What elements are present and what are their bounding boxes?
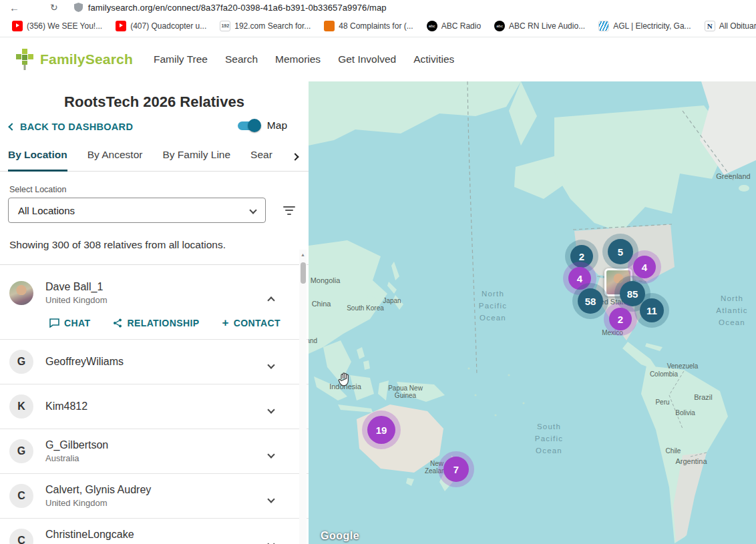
brand-text: FamilySearch bbox=[40, 51, 133, 67]
bookmark-item[interactable]: 192192.com Search for... bbox=[213, 19, 317, 33]
location-dropdown[interactable]: All Locations bbox=[8, 198, 266, 223]
map-label: China bbox=[312, 300, 331, 308]
bookmark-item[interactable]: ABC Radio bbox=[420, 19, 488, 33]
avatar: G bbox=[9, 439, 33, 463]
chevron-down-icon bbox=[267, 540, 274, 544]
bookmark-item[interactable]: 48 Complaints for (... bbox=[317, 19, 419, 33]
map-cluster[interactable]: 19 bbox=[367, 416, 395, 444]
tab-bar: By Location By Ancestor By Family Line S… bbox=[0, 149, 309, 172]
nav-search[interactable]: Search bbox=[216, 47, 266, 72]
nav-family-tree[interactable]: Family Tree bbox=[145, 47, 216, 72]
url-text: familysearch.org/en/connect/8a37fa20-039… bbox=[88, 3, 387, 13]
tab-by-family-line[interactable]: By Family Line bbox=[162, 149, 230, 171]
map-label: Indonesia bbox=[329, 382, 361, 390]
scrollbar-up-arrow[interactable]: ▲ bbox=[299, 250, 307, 259]
map-cluster[interactable]: 5 bbox=[608, 239, 633, 264]
filter-button[interactable] bbox=[283, 206, 295, 215]
map-cluster[interactable]: 7 bbox=[443, 457, 469, 482]
relatives-panel: RootsTech 2026 Relatives BACK TO DASHBOA… bbox=[0, 81, 309, 544]
map-cluster[interactable]: 4 bbox=[633, 256, 656, 278]
browser-window: ← ↻ familysearch.org/en/connect/8a37fa20… bbox=[0, 0, 756, 544]
list-item-expanded[interactable]: Dave Ball_1 United Kingdom CHAT RELATION… bbox=[0, 265, 309, 328]
person-name: Dave Ball_1 bbox=[45, 281, 108, 293]
results-summary: Showing 300 of 308 relatives from all lo… bbox=[9, 239, 299, 251]
chevron-left-icon bbox=[8, 123, 15, 130]
map-label: Thailand bbox=[309, 337, 317, 344]
map-cluster[interactable]: 58 bbox=[578, 288, 603, 314]
map-canvas[interactable]: GreenlandMongoliaChinaSouth KoreaJapanTh… bbox=[309, 81, 756, 544]
map-overlays: GreenlandMongoliaChinaSouth KoreaJapanTh… bbox=[309, 81, 756, 544]
address-bar[interactable]: familysearch.org/en/connect/8a37fa20-039… bbox=[74, 3, 756, 13]
map-cluster[interactable]: 2 bbox=[570, 245, 593, 268]
browser-toolbar: ← ↻ familysearch.org/en/connect/8a37fa20… bbox=[0, 0, 756, 15]
scrollbar-thumb[interactable] bbox=[301, 262, 306, 284]
map-label: South Pacific Ocean bbox=[535, 421, 563, 457]
collapse-button[interactable] bbox=[268, 294, 274, 306]
nav-get-involved[interactable]: Get Involved bbox=[329, 47, 405, 72]
tab-search[interactable]: Sear bbox=[250, 149, 272, 171]
map-label: Greenland bbox=[716, 172, 750, 180]
abc-icon bbox=[427, 21, 437, 31]
map-label: South Korea bbox=[347, 304, 384, 312]
bookmark-item[interactable]: AGL | Electricity, Ga... bbox=[592, 19, 697, 33]
tab-by-location[interactable]: By Location bbox=[8, 149, 67, 172]
nav-activities[interactable]: Activities bbox=[405, 47, 463, 72]
person-name: G_Gilbertson bbox=[45, 439, 108, 451]
list-item[interactable]: K Kim4812 bbox=[0, 384, 309, 429]
expand-button[interactable] bbox=[268, 493, 274, 505]
main-nav: Family Tree Search Memories Get Involved… bbox=[145, 47, 463, 72]
avatar: C bbox=[9, 529, 33, 544]
panel-scrollbar[interactable]: ▲ bbox=[299, 250, 307, 544]
toggle-knob bbox=[248, 119, 261, 132]
refresh-icon[interactable]: ↻ bbox=[50, 3, 58, 12]
list-item[interactable]: C Calvert, Glynis Audrey United Kingdom bbox=[0, 473, 309, 518]
newspapers-icon: N bbox=[705, 21, 715, 31]
chevron-down-icon bbox=[267, 451, 274, 458]
familysearch-tree-icon bbox=[15, 48, 35, 71]
location-dropdown-value: All Locations bbox=[18, 205, 75, 216]
person-name: ChristineLongcake bbox=[45, 529, 134, 541]
expand-button[interactable] bbox=[268, 537, 274, 544]
map-label: Japan bbox=[383, 297, 401, 304]
expand-button[interactable] bbox=[268, 358, 274, 370]
relatives-list: Dave Ball_1 United Kingdom CHAT RELATION… bbox=[0, 264, 309, 544]
avatar: K bbox=[9, 394, 33, 419]
back-icon[interactable]: ← bbox=[9, 3, 19, 13]
bookmark-item[interactable]: (407) Quadcopter u... bbox=[109, 19, 213, 33]
chevron-down-icon bbox=[249, 206, 256, 214]
list-item[interactable]: C ChristineLongcake France bbox=[0, 518, 309, 544]
tab-by-ancestor[interactable]: By Ancestor bbox=[87, 149, 143, 171]
map-label: North Atlantic Ocean bbox=[716, 293, 747, 328]
relationship-icon bbox=[113, 318, 122, 328]
person-name: Kim4812 bbox=[45, 400, 87, 413]
expand-button[interactable] bbox=[268, 403, 274, 415]
list-item[interactable]: G GeoffreyWiliams bbox=[0, 339, 309, 384]
map-toggle[interactable] bbox=[238, 121, 259, 130]
map-label: Brazil bbox=[694, 393, 713, 401]
list-item[interactable]: G G_Gilbertson Australia bbox=[0, 429, 309, 473]
chat-button[interactable]: CHAT bbox=[49, 317, 90, 328]
familysearch-logo[interactable]: FamilySearch bbox=[15, 48, 133, 71]
map-label: North Pacific Ocean bbox=[479, 288, 507, 324]
bookmarks-bar: (356) We SEE You!... (407) Quadcopter u.… bbox=[0, 15, 756, 37]
complaints-icon bbox=[324, 21, 335, 31]
chevron-right-icon bbox=[291, 153, 299, 160]
expand-button[interactable] bbox=[268, 448, 274, 460]
select-location-label: Select Location bbox=[9, 185, 309, 194]
bookmark-item[interactable]: ABC RN Live Audio... bbox=[488, 19, 592, 33]
google-attribution[interactable]: Google bbox=[321, 530, 359, 542]
plus-icon: + bbox=[222, 317, 228, 328]
add-contact-button[interactable]: + CONTACT bbox=[222, 317, 280, 328]
relationship-button[interactable]: RELATIONSHIP bbox=[113, 317, 199, 328]
nav-memories[interactable]: Memories bbox=[266, 47, 329, 72]
map-cluster[interactable]: 4 bbox=[568, 267, 591, 290]
map-cluster[interactable]: 11 bbox=[640, 298, 664, 322]
site-header: FamilySearch Family Tree Search Memories… bbox=[0, 37, 756, 81]
map-cluster[interactable]: 2 bbox=[609, 308, 632, 330]
back-to-dashboard-link[interactable]: BACK TO DASHBOARD bbox=[9, 121, 133, 132]
map-cluster[interactable]: 85 bbox=[620, 281, 645, 306]
bookmark-item[interactable]: NAll Obituaries | Na... bbox=[698, 19, 756, 33]
avatar: G bbox=[9, 350, 33, 374]
bookmark-item[interactable]: (356) We SEE You!... bbox=[5, 19, 109, 33]
tabs-scroll-right[interactable] bbox=[293, 150, 298, 162]
